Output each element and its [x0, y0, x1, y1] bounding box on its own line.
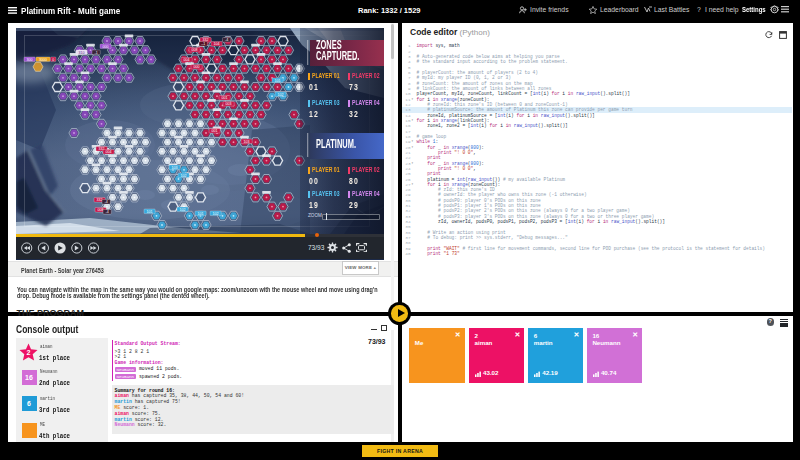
svg-text:2: 2	[26, 349, 30, 357]
